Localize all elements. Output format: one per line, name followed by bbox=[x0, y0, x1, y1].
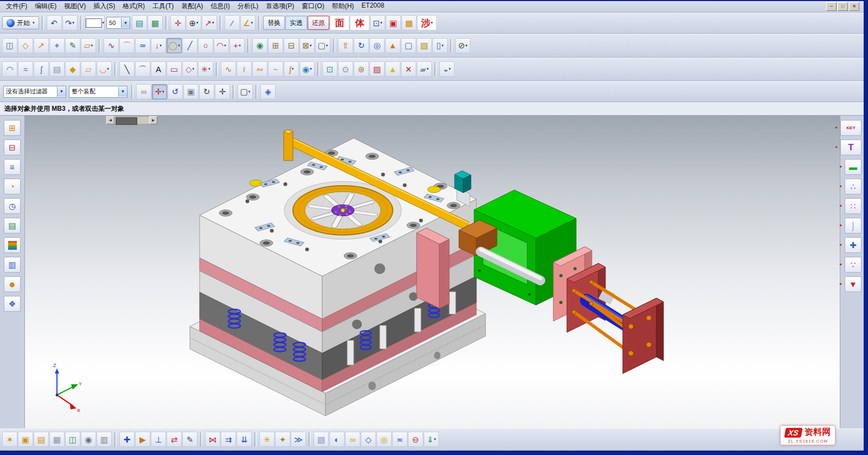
dropdown-arrow-icon[interactable]: ▾ bbox=[196, 21, 199, 25]
plus-tool-icon[interactable]: ✚ bbox=[845, 237, 861, 253]
menu-item[interactable]: 编辑(E) bbox=[31, 1, 60, 11]
orbit-icon[interactable]: ↺ bbox=[168, 84, 183, 99]
new-component-icon[interactable]: ✶ bbox=[2, 432, 17, 447]
arc-icon[interactable]: ◠▾ bbox=[214, 38, 229, 53]
intersect-icon[interactable]: ⊠▾ bbox=[299, 38, 315, 53]
history-icon[interactable]: ◷ bbox=[4, 198, 21, 214]
selection-filter-combo[interactable]: 没有选择过滤器▼ bbox=[3, 86, 66, 98]
rectangle-select-icon[interactable]: ▢▾ bbox=[238, 84, 253, 99]
fit-spline-icon[interactable]: ≀ bbox=[237, 61, 252, 77]
subtract-icon[interactable]: ⊟ bbox=[284, 38, 299, 53]
patch-body-icon[interactable]: ▰▾ bbox=[417, 61, 432, 77]
menu-item[interactable]: 帮助(H) bbox=[328, 1, 358, 11]
display-part-icon[interactable]: ◫ bbox=[2, 38, 17, 53]
face-blend-icon[interactable]: ◡▾ bbox=[97, 61, 112, 77]
warning-icon[interactable]: ▲ bbox=[385, 61, 400, 77]
undo-icon[interactable]: ↶ bbox=[47, 15, 62, 30]
pocket-icon[interactable]: ▢ bbox=[401, 38, 416, 53]
extract-body-icon[interactable]: ⊙ bbox=[338, 61, 353, 77]
ruled-surface-icon[interactable]: ◠ bbox=[2, 61, 17, 77]
dropdown-arrow-icon[interactable]: ▾ bbox=[73, 21, 75, 25]
selection-filter-icon[interactable]: ⊘▾ bbox=[455, 38, 470, 53]
project-curve-icon[interactable]: ↓▾ bbox=[151, 38, 166, 53]
datum-axis-icon[interactable]: ↗ bbox=[34, 38, 49, 53]
work-layer-combo[interactable]: 50▼ bbox=[106, 17, 130, 29]
scrollbar-thumb[interactable] bbox=[116, 117, 137, 125]
cluster-tool-icon[interactable]: ∵ bbox=[845, 257, 861, 273]
start-button[interactable]: 开始 ▾ bbox=[2, 16, 39, 29]
dropdown-arrow-icon[interactable]: ▾ bbox=[107, 67, 109, 71]
red-cube-icon[interactable]: ▣ bbox=[386, 15, 401, 30]
rotate-view-icon[interactable]: ↻ bbox=[199, 84, 214, 99]
menu-item[interactable]: 装配(A) bbox=[177, 1, 207, 11]
sketch-icon[interactable]: ✎ bbox=[65, 38, 80, 53]
arrangements-icon[interactable]: ▧ bbox=[314, 432, 329, 447]
offset-curve-icon[interactable]: ≃ bbox=[135, 38, 150, 53]
cylinder-icon[interactable]: ▯▾ bbox=[432, 38, 448, 53]
molecule-tool-icon[interactable]: ∴ bbox=[845, 179, 861, 194]
assembly-tools-icon[interactable]: ✦ bbox=[275, 432, 290, 447]
part-navigator-icon[interactable]: ≡ bbox=[4, 159, 21, 175]
close-button[interactable]: ✕ bbox=[849, 2, 859, 11]
text-icon[interactable]: A bbox=[151, 61, 166, 77]
capsule-tool-icon[interactable]: ▬ bbox=[845, 159, 861, 175]
block-icon[interactable]: ▢▾ bbox=[315, 38, 330, 53]
dropdown-arrow-icon[interactable]: ▾ bbox=[239, 43, 241, 48]
wade-button[interactable]: 涉▾ bbox=[417, 15, 437, 30]
create-component-icon[interactable]: ✚ bbox=[119, 432, 135, 447]
bounded-plane-icon[interactable]: ▱ bbox=[81, 61, 96, 77]
boss-icon[interactable]: ▲ bbox=[385, 38, 400, 53]
dropdown-arrow-icon[interactable]: ▼ bbox=[118, 87, 127, 97]
dependencies-icon[interactable]: ▤ bbox=[4, 218, 21, 233]
gold-part-icon[interactable]: ▩ bbox=[401, 15, 417, 30]
dropdown-arrow-icon[interactable]: ▾ bbox=[103, 21, 105, 25]
scroll-right-icon[interactable]: ► bbox=[149, 116, 157, 124]
dropdown-arrow-icon[interactable]: ▾ bbox=[162, 90, 164, 94]
mesh-surface-icon[interactable]: ▤ bbox=[49, 61, 65, 77]
web-browser-icon[interactable]: ❖ bbox=[4, 296, 21, 312]
move-component-icon[interactable]: ▶ bbox=[135, 432, 150, 447]
snap-point-icon[interactable]: ✛ bbox=[170, 15, 186, 30]
constraint-navigator-icon[interactable]: ⊟ bbox=[4, 140, 21, 155]
menu-item[interactable]: 插入(S) bbox=[90, 1, 119, 11]
law-curve-icon[interactable]: ∫▾ bbox=[284, 61, 299, 77]
datum-plane-icon[interactable]: ◇ bbox=[18, 38, 33, 53]
distribute-icon[interactable]: ⇊ bbox=[237, 432, 252, 447]
template-tool-icon[interactable]: T bbox=[840, 140, 861, 155]
selection-scope-combo[interactable]: 整个装配▼ bbox=[69, 86, 127, 98]
menu-item[interactable]: ET2008 bbox=[358, 1, 388, 11]
dropdown-arrow-icon[interactable]: ▼ bbox=[57, 87, 66, 97]
menu-item[interactable]: 格式(R) bbox=[119, 1, 149, 11]
dropdown-arrow-icon[interactable]: ▾ bbox=[224, 43, 226, 48]
menu-item[interactable]: 分析(L) bbox=[234, 1, 263, 11]
interpart-link-icon[interactable]: ∞ bbox=[345, 432, 360, 447]
graphics-window[interactable]: ◄ ► bbox=[25, 116, 840, 428]
bridge-curve-icon[interactable]: ⌒ bbox=[119, 38, 135, 53]
locating-ring[interactable] bbox=[427, 186, 441, 193]
palette-icon[interactable] bbox=[4, 237, 21, 253]
cylinder-end-plate[interactable] bbox=[623, 298, 663, 374]
dropdown-arrow-icon[interactable]: ▾ bbox=[208, 67, 210, 71]
restore-button[interactable]: 还原 bbox=[308, 16, 329, 30]
dropdown-arrow-icon[interactable]: ▾ bbox=[91, 43, 93, 48]
measure-angle-icon[interactable]: ∠▾ bbox=[240, 15, 256, 30]
studio-spline-icon[interactable]: ∿ bbox=[221, 61, 236, 77]
dropdown-arrow-icon[interactable]: ▾ bbox=[310, 43, 312, 48]
dropdown-arrow-icon[interactable]: ▾ bbox=[251, 21, 253, 25]
dropdown-arrow-icon[interactable]: ▾ bbox=[193, 67, 195, 71]
move-face-icon[interactable]: ◒▾ bbox=[439, 61, 455, 77]
align-component-icon[interactable]: ⇉ bbox=[221, 432, 236, 447]
copy-face-icon[interactable]: ⊡▾ bbox=[370, 15, 385, 30]
roles-icon[interactable]: ☻ bbox=[4, 276, 21, 292]
dropdown-arrow-icon[interactable]: ▾ bbox=[465, 43, 468, 48]
circle-icon[interactable]: ○ bbox=[198, 38, 213, 53]
explode-assembly-icon[interactable]: ✳ bbox=[259, 432, 275, 447]
dropdown-arrow-icon[interactable]: ▾ bbox=[310, 67, 312, 71]
join-curve-icon[interactable]: ◯▾ bbox=[167, 38, 182, 53]
component-pattern-icon[interactable]: ▦ bbox=[49, 432, 65, 447]
measure-distance-icon[interactable]: ∕ bbox=[225, 15, 240, 30]
add-component-icon[interactable]: ▣ bbox=[18, 432, 33, 447]
isolate-icon[interactable]: ⊖ bbox=[408, 432, 423, 447]
replace-component-icon[interactable]: ⇄ bbox=[167, 432, 182, 447]
mirror-component-icon[interactable]: ⋈ bbox=[205, 432, 220, 447]
